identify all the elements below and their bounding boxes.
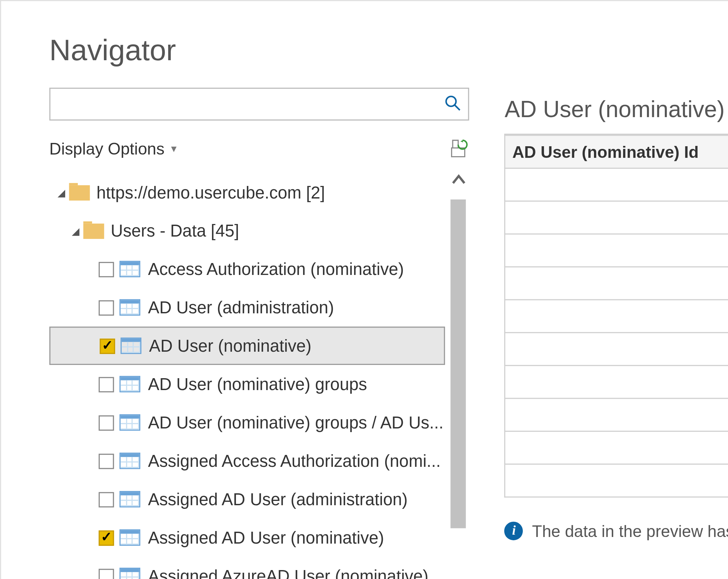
preview-note-text: The data in the preview has been truncat… — [532, 522, 728, 540]
table-row[interactable]: 3veronique.paul@acme.com9223372036854775… — [505, 234, 728, 267]
display-options-label: Display Options — [49, 139, 164, 157]
tree-checkbox[interactable] — [99, 261, 114, 277]
tree-checkbox[interactable] — [99, 492, 114, 507]
cell-id: 7 — [505, 366, 728, 398]
cell-id: 2 — [505, 201, 728, 234]
tree-checkbox[interactable] — [99, 300, 114, 315]
tree-wrap: ◢https://demo.usercube.com [2]◢Users - D… — [49, 173, 470, 579]
table-icon — [120, 491, 140, 507]
info-icon: i — [504, 522, 523, 540]
tree-label: Assigned AzureAD User (nominative) — [148, 566, 428, 579]
table-row[interactable]: 7jean.lemaitre@acme.com13284518400000000… — [505, 366, 728, 398]
refresh-icon[interactable] — [450, 138, 470, 158]
preview-table-wrap: AD User (nominative) Id Display Name (AD… — [504, 134, 728, 498]
right-panel: AD User (nominative) AD User (nominative… — [470, 88, 728, 579]
tree-checkbox[interactable] — [99, 453, 114, 469]
table-row[interactable]: 8philippe.rey@acme.com922337203685477580… — [505, 398, 728, 431]
search-input[interactable] — [49, 88, 470, 121]
table-icon — [120, 529, 140, 546]
table-icon — [120, 376, 140, 392]
table-icon — [120, 453, 140, 469]
tree-row[interactable]: AD User (nominative) — [49, 326, 445, 365]
chevron-down-icon: ▾ — [171, 142, 177, 154]
table-header-row: AD User (nominative) Id Display Name (AD… — [505, 135, 728, 168]
svg-line-4 — [455, 105, 460, 110]
cell-id: 6 — [505, 333, 728, 365]
folder-icon — [83, 223, 104, 238]
cell-id: 4 — [505, 267, 728, 300]
scrollbar-thumb[interactable] — [451, 200, 466, 528]
preview-table: AD User (nominative) Id Display Name (AD… — [504, 135, 728, 497]
table-icon — [120, 568, 140, 579]
expand-icon[interactable]: ◢ — [68, 225, 83, 236]
cell-id: 5 — [505, 300, 728, 333]
cell-id: 3 — [505, 234, 728, 267]
table-row[interactable]: 2adm.olivier.david@acme.com9223372036854… — [505, 201, 728, 234]
tree-label: AD User (nominative) — [149, 336, 311, 356]
svg-point-3 — [446, 96, 456, 106]
tree-row[interactable]: ◢https://demo.usercube.com [2] — [49, 173, 445, 211]
tree-row[interactable]: ◢Users - Data [45] — [49, 211, 445, 250]
tree-label: Assigned Access Authorization (nomi... — [148, 451, 441, 471]
table-row[interactable]: 9alain.payet@acme.com9223372036854775807 — [505, 431, 728, 464]
tree-row[interactable]: AD User (administration) — [49, 288, 445, 326]
tree-checkbox[interactable] — [99, 568, 114, 579]
tree-label: Assigned AD User (nominative) — [148, 528, 384, 548]
navigator-dialog: Navigator Display Options ▾ — [0, 0, 728, 579]
display-options-row: Display Options ▾ — [49, 131, 470, 164]
preview-note: i The data in the preview has been trunc… — [504, 522, 728, 540]
tree-label: https://demo.usercube.com [2] — [96, 183, 325, 203]
tree-row[interactable]: Access Authorization (nominative) — [49, 250, 445, 288]
table-icon — [120, 261, 140, 277]
cell-id: 10 — [505, 464, 728, 497]
tree-checkbox[interactable] — [99, 530, 114, 545]
preview-title: AD User (nominative) — [504, 96, 725, 123]
table-row[interactable]: 10patrick.huet1@acme.com9223372036854775… — [505, 464, 728, 497]
tree-row[interactable]: AD User (nominative) groups / AD Us... — [49, 403, 445, 442]
cell-id: 9 — [505, 431, 728, 464]
cell-id: 8 — [505, 398, 728, 431]
table-row[interactable]: 4francoise.lacroix@acme.com9223372036854… — [505, 267, 728, 300]
tree-label: Assigned AD User (administration) — [148, 489, 408, 509]
search-box-wrap — [49, 88, 470, 121]
table-row[interactable]: 5julien.morel1@acme.com92233720368547758… — [505, 300, 728, 333]
table-icon — [120, 414, 140, 431]
folder-icon — [69, 185, 90, 200]
display-options-dropdown[interactable]: Display Options ▾ — [49, 139, 176, 157]
tree-label: AD User (administration) — [148, 297, 334, 317]
tree-row[interactable]: AD User (nominative) groups — [49, 365, 445, 403]
tree-row[interactable]: Assigned AD User (administration) — [49, 480, 445, 519]
tree-checkbox[interactable] — [99, 376, 114, 392]
col-header-id[interactable]: AD User (nominative) Id — [505, 135, 728, 168]
dialog-content: Display Options ▾ ◢https://demo.usercube… — [1, 88, 728, 579]
scroll-up-icon[interactable] — [448, 173, 470, 190]
search-icon[interactable] — [444, 94, 462, 112]
tree-row[interactable]: Assigned AzureAD User (nominative) — [49, 557, 445, 579]
dialog-title: Navigator — [1, 1, 728, 88]
tree-checkbox[interactable] — [100, 338, 115, 353]
tree-row[interactable]: Assigned AD User (nominative) — [49, 519, 445, 557]
table-icon — [120, 299, 140, 316]
tree-label: AD User (nominative) groups — [148, 374, 367, 394]
tree-label: AD User (nominative) groups / AD Us... — [148, 413, 443, 432]
expand-icon[interactable]: ◢ — [54, 187, 69, 198]
tree-label: Access Authorization (nominative) — [148, 259, 404, 279]
table-row[interactable]: 1robert.roy@acme.com132834636000000000 — [505, 168, 728, 201]
tree-label: Users - Data [45] — [111, 221, 239, 240]
tree-checkbox[interactable] — [99, 415, 114, 430]
table-icon — [121, 338, 141, 354]
tree-row[interactable]: Assigned Access Authorization (nomi... — [49, 442, 445, 480]
table-row[interactable]: 6guillaume.garcia@acme.com92233720368547… — [505, 333, 728, 365]
left-panel: Display Options ▾ ◢https://demo.usercube… — [1, 88, 470, 579]
vertical-scrollbar[interactable] — [448, 173, 470, 579]
preview-header: AD User (nominative) — [504, 96, 728, 123]
nav-tree[interactable]: ◢https://demo.usercube.com [2]◢Users - D… — [49, 173, 470, 579]
cell-id: 1 — [505, 168, 728, 201]
